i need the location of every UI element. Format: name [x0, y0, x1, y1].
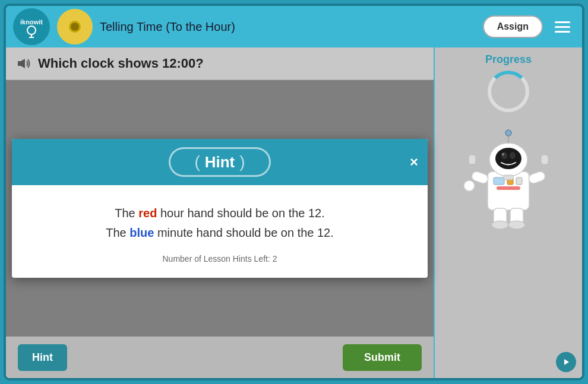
right-panel: Progress — [434, 47, 582, 378]
bracket-close: ) — [239, 153, 245, 172]
svg-rect-17 — [469, 155, 476, 164]
logo: iknowit — [13, 8, 50, 45]
hint-line2: The blue minute hand should be on the 12… — [36, 226, 404, 240]
hamburger-line — [555, 26, 570, 28]
hamburger-line — [555, 31, 570, 33]
modal-title-text: Hint — [200, 153, 240, 172]
svg-point-11 — [495, 148, 521, 169]
hint-line2-before: The — [106, 226, 129, 239]
hamburger-button[interactable] — [550, 17, 575, 37]
app-container: iknowit Telling Time (To the Hour) Assig… — [4, 4, 584, 380]
hint-line1-before: The — [115, 207, 138, 220]
hint-modal: ( Hint ) × The red hour hand should be o… — [12, 139, 428, 278]
svg-point-12 — [501, 152, 507, 159]
nav-arrow-button[interactable] — [556, 352, 576, 372]
modal-close-button[interactable]: × — [410, 154, 418, 170]
hamburger-line — [555, 21, 570, 23]
hint-line2-after: minute hand should be on the 12. — [154, 226, 333, 239]
hints-left: Number of Lesson Hints Left: 2 — [36, 254, 404, 264]
svg-point-27 — [464, 180, 475, 191]
content-area: ( Hint ) × The red hour hand should be o… — [6, 80, 434, 337]
robot-image — [461, 124, 556, 231]
svg-point-13 — [510, 152, 516, 159]
hint-red-word: red — [138, 207, 157, 220]
hint-line1-after: hour hand should be on the 12. — [157, 207, 324, 220]
question-panel: Which clock shows 12:00? ( Hint ) × — [6, 47, 434, 378]
bottom-bar: Hint Submit — [6, 337, 434, 378]
lesson-title: Telling Time (To the Hour) — [100, 20, 476, 34]
svg-point-25 — [492, 221, 508, 229]
modal-header: ( Hint ) × — [12, 139, 428, 185]
svg-rect-7 — [494, 177, 504, 185]
svg-rect-19 — [504, 175, 513, 180]
modal-overlay: ( Hint ) × The red hour hand should be o… — [6, 80, 434, 337]
svg-rect-22 — [497, 186, 520, 190]
progress-title: Progress — [485, 53, 532, 66]
svg-rect-18 — [541, 155, 548, 164]
svg-point-14 — [502, 153, 504, 155]
header: iknowit Telling Time (To the Hour) Assig… — [6, 6, 582, 47]
submit-button[interactable]: Submit — [343, 344, 422, 371]
modal-title-pill: ( Hint ) — [169, 147, 270, 177]
main-area: Which clock shows 12:00? ( Hint ) × — [6, 47, 582, 378]
svg-point-16 — [505, 130, 511, 136]
question-bar: Which clock shows 12:00? — [6, 47, 434, 80]
assign-button[interactable]: Assign — [483, 15, 543, 38]
sound-icon[interactable] — [15, 55, 32, 72]
svg-rect-21 — [527, 170, 546, 185]
hint-button[interactable]: Hint — [18, 344, 67, 371]
svg-text:iknowit: iknowit — [20, 18, 43, 26]
bracket-open: ( — [194, 153, 200, 172]
hint-line1: The red hour hand should be on the 12. — [36, 207, 404, 220]
hint-blue-word: blue — [129, 226, 154, 239]
svg-marker-5 — [18, 59, 25, 68]
question-text: Which clock shows 12:00? — [38, 56, 204, 71]
lesson-icon — [57, 9, 93, 45]
progress-circle — [488, 71, 529, 112]
svg-point-26 — [508, 221, 525, 229]
svg-rect-9 — [516, 177, 522, 185]
modal-body: The red hour hand should be on the 12. T… — [12, 185, 428, 278]
